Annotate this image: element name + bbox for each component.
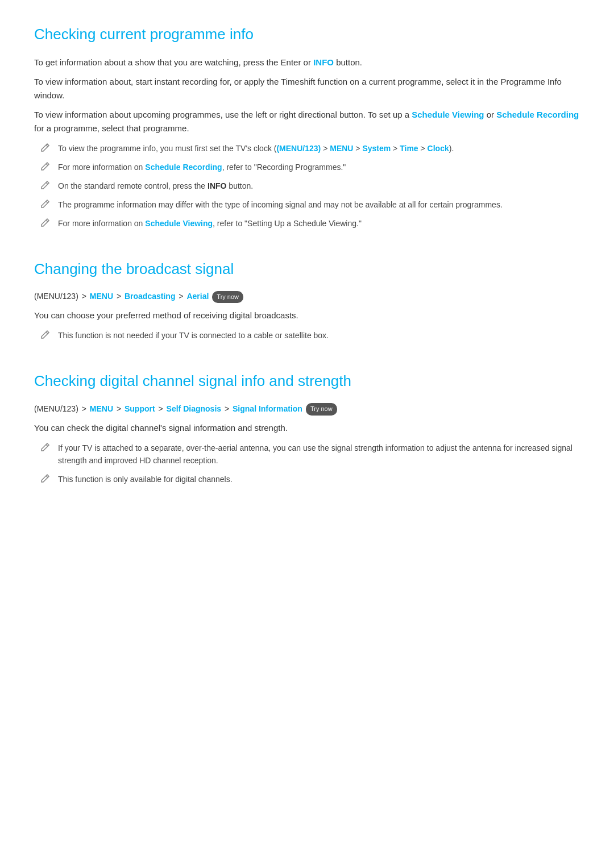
section2-notes: This function is not needed if your TV i…	[40, 329, 580, 342]
section3-body: You can check the digital channel's sign…	[34, 421, 580, 435]
broadcasting-link: Broadcasting	[125, 292, 175, 301]
system-1: System	[362, 144, 391, 153]
try-now-2[interactable]: Try now	[306, 403, 337, 416]
note3-text: On the standard remote control, press th…	[58, 180, 253, 192]
pencil-icon-3	[40, 180, 52, 193]
note5-text: For more information on Schedule Viewing…	[58, 217, 362, 230]
note-item-3: On the standard remote control, press th…	[40, 180, 580, 193]
section3-note1-text: If your TV is attached to a separate, ov…	[58, 442, 580, 467]
pencil-icon-6	[40, 330, 52, 342]
pencil-icon-2	[40, 161, 52, 174]
time-1: Time	[400, 144, 418, 153]
schedule-recording-link-1[interactable]: Schedule Recording	[496, 110, 579, 119]
support-link: Support	[125, 404, 155, 413]
note-item-1: To view the programme info, you must fir…	[40, 142, 580, 155]
schedule-recording-link-2[interactable]: Schedule Recording	[145, 163, 222, 172]
section1-para2: To view information about, start instant…	[34, 75, 580, 102]
section1-para3: To view information about upcoming progr…	[34, 108, 580, 135]
note-item-4: The programme information may differ wit…	[40, 198, 580, 211]
section1-title: Checking current programme info	[34, 23, 580, 47]
clock-1: Clock	[428, 144, 449, 153]
section3-title: Checking digital channel signal info and…	[34, 369, 580, 393]
try-now-1[interactable]: Try now	[212, 291, 243, 304]
self-diagnosis-link: Self Diagnosis	[167, 404, 221, 413]
section1-notes: To view the programme info, you must fir…	[40, 142, 580, 230]
section3-note-2: This function is only available for digi…	[40, 473, 580, 486]
section3-note-1: If your TV is attached to a separate, ov…	[40, 442, 580, 467]
section-signal-info: Checking digital channel signal info and…	[34, 369, 580, 485]
schedule-viewing-link-2[interactable]: Schedule Viewing	[145, 219, 213, 228]
section2-breadcrumb: (MENU/123) > MENU > Broadcasting > Aeria…	[34, 290, 580, 303]
section2-note-text: This function is not needed if your TV i…	[58, 329, 329, 342]
pencil-icon-4	[40, 199, 52, 211]
aerial-link: Aerial	[186, 292, 209, 301]
info-keyword: INFO	[313, 57, 334, 67]
section3-notes: If your TV is attached to a separate, ov…	[40, 442, 580, 486]
section-changing-broadcast: Changing the broadcast signal (MENU/123)…	[34, 258, 580, 343]
menu-1: MENU	[330, 144, 353, 153]
section3-breadcrumb: (MENU/123) > MENU > Support > Self Diagn…	[34, 402, 580, 416]
menu-3: MENU	[90, 404, 113, 413]
info-keyword-2: INFO	[208, 181, 226, 190]
menu123-1: (MENU/123)	[276, 144, 321, 153]
note1-text: To view the programme info, you must fir…	[58, 142, 454, 155]
note2-text: For more information on Schedule Recordi…	[58, 161, 346, 173]
pencil-icon-7	[40, 442, 52, 455]
note-item-2: For more information on Schedule Recordi…	[40, 161, 580, 174]
signal-info-link: Signal Information	[233, 404, 302, 413]
schedule-viewing-link-1[interactable]: Schedule Viewing	[412, 110, 484, 119]
note4-text: The programme information may differ wit…	[58, 198, 503, 211]
section2-body: You can choose your preferred method of …	[34, 309, 580, 322]
pencil-icon-1	[40, 143, 52, 155]
section1-para1: To get information about a show that you…	[34, 56, 580, 69]
menu-2: MENU	[90, 292, 113, 301]
section2-note-1: This function is not needed if your TV i…	[40, 329, 580, 342]
note-item-5: For more information on Schedule Viewing…	[40, 217, 580, 230]
section-checking-programme: Checking current programme info To get i…	[34, 23, 580, 230]
section2-title: Changing the broadcast signal	[34, 258, 580, 281]
pencil-icon-8	[40, 474, 52, 486]
pencil-icon-5	[40, 218, 52, 230]
section3-note2-text: This function is only available for digi…	[58, 473, 233, 485]
